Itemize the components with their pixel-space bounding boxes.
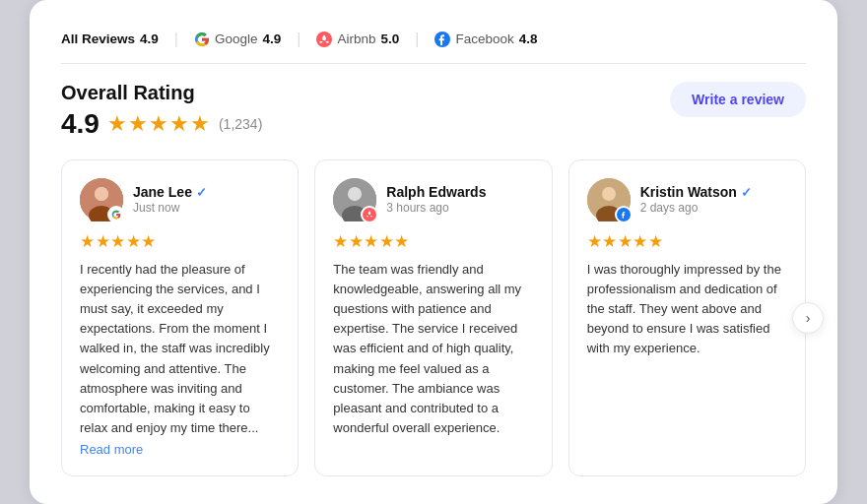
review-count: (1,234) <box>219 116 262 132</box>
tab-google[interactable]: Google 4.9 <box>180 28 295 51</box>
user-name-jane: Jane Lee ✓ <box>133 184 280 200</box>
tab-all-label: All Reviews <box>61 32 135 46</box>
reviews-widget: All Reviews 4.9 | Google 4.9 | Air <box>30 0 837 504</box>
tab-all-rating: 4.9 <box>140 32 159 46</box>
platform-badge-kristin <box>615 206 633 223</box>
avatar-wrap-jane <box>80 178 123 221</box>
user-info-jane: Jane Lee ✓ Just now <box>133 184 280 215</box>
overall-rating-value: 4.9 <box>61 108 100 140</box>
overall-header: Overall Rating 4.9 ★★★★★ (1,234) Write a… <box>61 82 806 140</box>
card-header-jane: Jane Lee ✓ Just now <box>80 178 280 221</box>
review-text-jane: I recently had the pleasure of experienc… <box>80 260 280 438</box>
user-name-kristin: Kristin Watson ✓ <box>640 184 787 200</box>
avatar-wrap-ralph <box>333 178 376 221</box>
user-info-kristin: Kristin Watson ✓ 2 days ago <box>640 184 787 215</box>
user-name-ralph: Ralph Edwards <box>386 184 533 200</box>
svg-point-7 <box>348 187 362 201</box>
airbnb-icon <box>316 32 332 47</box>
card-header-ralph: Ralph Edwards 3 hours ago <box>333 178 533 221</box>
time-ago-jane: Just now <box>133 201 280 215</box>
svg-point-5 <box>95 187 108 201</box>
reviews-list: Jane Lee ✓ Just now ★★★★★ I recently had… <box>61 159 806 476</box>
review-card-kristin: Kristin Watson ✓ 2 days ago ★★★★★ I was … <box>568 159 806 476</box>
google-icon <box>194 32 210 47</box>
overall-label: Overall Rating <box>61 82 262 104</box>
review-cards: Jane Lee ✓ Just now ★★★★★ I recently had… <box>61 159 806 476</box>
time-ago-ralph: 3 hours ago <box>386 201 533 215</box>
svg-point-10 <box>602 187 616 201</box>
tab-airbnb[interactable]: Airbnb 5.0 <box>302 28 413 51</box>
review-card-ralph: Ralph Edwards 3 hours ago ★★★★★ The team… <box>314 159 552 476</box>
review-text-kristin: I was thoroughly impressed by the profes… <box>587 260 787 359</box>
verified-icon-kristin: ✓ <box>741 185 752 200</box>
user-info-ralph: Ralph Edwards 3 hours ago <box>386 184 533 215</box>
tab-facebook-rating: 4.8 <box>519 32 538 46</box>
tab-airbnb-rating: 5.0 <box>381 32 400 46</box>
card-header-kristin: Kristin Watson ✓ 2 days ago <box>587 178 787 221</box>
platform-badge-jane <box>107 206 125 223</box>
platform-tabs: All Reviews 4.9 | Google 4.9 | Air <box>61 28 806 64</box>
overall-stars: ★★★★★ <box>107 111 211 137</box>
stars-ralph: ★★★★★ <box>333 231 533 252</box>
tab-google-rating: 4.9 <box>263 32 282 46</box>
tab-facebook-label: Facebook <box>455 32 513 46</box>
tab-facebook[interactable]: Facebook 4.8 <box>421 28 551 51</box>
next-button[interactable]: › <box>792 302 824 334</box>
verified-icon-jane: ✓ <box>196 185 207 200</box>
facebook-icon <box>434 32 450 47</box>
rating-row: 4.9 ★★★★★ (1,234) <box>61 108 262 140</box>
overall-info: Overall Rating 4.9 ★★★★★ (1,234) <box>61 82 262 140</box>
avatar-wrap-kristin <box>587 178 631 221</box>
stars-jane: ★★★★★ <box>80 231 280 252</box>
time-ago-kristin: 2 days ago <box>640 201 787 215</box>
read-more-jane[interactable]: Read more <box>80 442 143 457</box>
stars-kristin: ★★★★★ <box>587 231 787 252</box>
review-card-jane: Jane Lee ✓ Just now ★★★★★ I recently had… <box>61 159 299 476</box>
tab-airbnb-label: Airbnb <box>337 32 375 46</box>
review-text-ralph: The team was friendly and knowledgeable,… <box>333 260 533 438</box>
tab-google-label: Google <box>215 32 258 46</box>
tab-all-reviews[interactable]: All Reviews 4.9 <box>61 28 172 50</box>
write-review-button[interactable]: Write a review <box>670 82 806 117</box>
